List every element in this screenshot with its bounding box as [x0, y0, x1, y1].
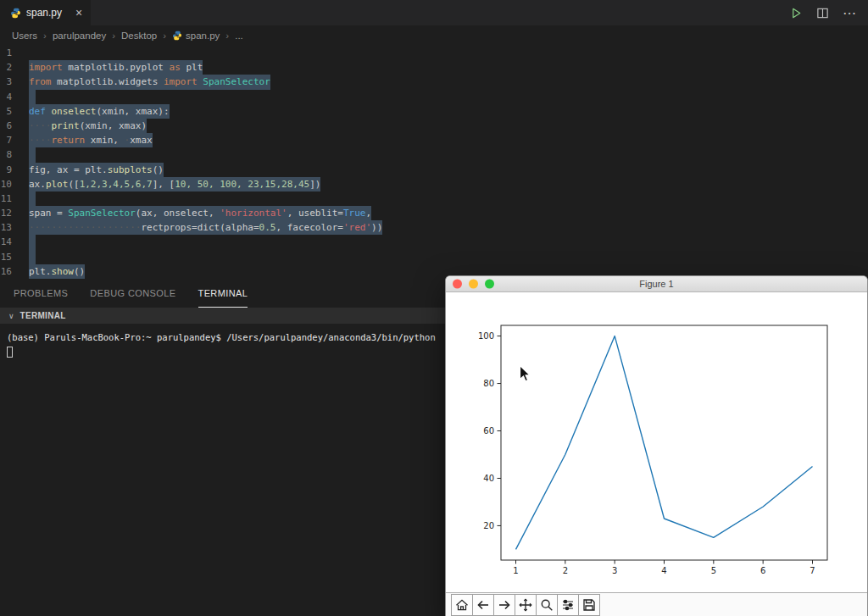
editor-tab-bar: span.py × ⋯ [0, 0, 868, 25]
code-line-6[interactable]: 6····print(xmin, xmax) [0, 119, 868, 133]
breadcrumb-separator-icon: › [163, 31, 166, 41]
code-text [29, 191, 36, 206]
svg-text:7: 7 [810, 566, 815, 575]
window-controls [453, 280, 494, 289]
code-text: ····print(xmin, xmax) [29, 119, 147, 133]
breadcrumb-item-desktop[interactable]: Desktop [121, 31, 157, 41]
code-line-4[interactable]: 4 [0, 90, 868, 104]
line-number: 10 [0, 177, 29, 191]
figure-titlebar[interactable]: Figure 1 [446, 276, 867, 292]
svg-text:6: 6 [760, 566, 765, 575]
svg-text:20: 20 [483, 521, 494, 530]
code-line-10[interactable]: 10ax.plot([1,2,3,4,5,6,7], [10, 50, 100,… [0, 177, 868, 191]
run-button[interactable] [790, 7, 803, 19]
zoom-window-button[interactable] [485, 280, 494, 289]
pan-button[interactable] [515, 594, 537, 616]
panel-tab-debug-console[interactable]: DEBUG CONSOLE [90, 280, 175, 308]
code-line-11[interactable]: 11 [0, 191, 868, 206]
python-icon [10, 8, 21, 19]
code-text: fig, ax = plt.subplots() [29, 163, 164, 177]
back-button[interactable] [472, 594, 494, 616]
code-line-2[interactable]: 2import matplotlib.pyplot as plt [0, 60, 868, 75]
code-text: def onselect(xmin, xmax): [29, 104, 170, 119]
code-line-13[interactable]: 13····················rectprops=dict(alp… [0, 220, 868, 235]
code-text: ····return xmin, ·xmax [29, 133, 153, 147]
line-number: 4 [0, 90, 29, 104]
minimize-window-button[interactable] [469, 280, 478, 289]
python-icon [172, 31, 182, 41]
home-button[interactable] [451, 594, 473, 616]
code-text: ax.plot([1,2,3,4,5,6,7], [10, 50, 100, 2… [29, 177, 320, 191]
figure-window[interactable]: Figure 1 204060801001234567 [445, 275, 868, 616]
terminal-cursor [7, 347, 13, 358]
line-chart: 204060801001234567 [446, 292, 867, 592]
line-number: 1 [0, 46, 29, 60]
line-number: 2 [0, 60, 29, 75]
line-number: 14 [0, 235, 29, 249]
tab-span-py[interactable]: span.py × [0, 0, 92, 25]
subplots-icon [561, 598, 575, 612]
line-number: 13 [0, 220, 29, 235]
split-editor-button[interactable] [816, 7, 829, 19]
breadcrumb-item-parulpandey[interactable]: parulpandey [53, 31, 106, 41]
terminal-section-label: TERMINAL [20, 311, 66, 320]
breadcrumb-item-users[interactable]: Users [12, 31, 37, 41]
chevron-down-icon: ∨ [8, 312, 14, 320]
line-number: 11 [0, 191, 29, 206]
code-line-3[interactable]: 3from matplotlib.widgets import SpanSele… [0, 75, 868, 89]
line-number: 15 [0, 250, 29, 264]
svg-text:100: 100 [478, 331, 494, 341]
svg-text:40: 40 [483, 474, 494, 483]
svg-text:5: 5 [711, 566, 716, 575]
forward-icon [498, 598, 511, 612]
save-icon [582, 598, 596, 612]
back-icon [476, 598, 490, 612]
svg-text:1: 1 [513, 566, 518, 575]
tab-label: span.py [26, 7, 62, 19]
pan-icon [519, 598, 532, 612]
code-editor[interactable]: 12import matplotlib.pyplot as plt3from m… [0, 46, 868, 279]
svg-text:60: 60 [483, 426, 494, 436]
code-line-12[interactable]: 12span = SpanSelector(ax, onselect, 'hor… [0, 206, 868, 220]
more-actions-button[interactable]: ⋯ [843, 5, 856, 21]
forward-button[interactable] [493, 594, 515, 616]
code-line-1[interactable]: 1 [0, 46, 868, 60]
save-button[interactable] [578, 594, 600, 616]
code-line-14[interactable]: 14 [0, 235, 868, 249]
figure-toolbar [446, 592, 867, 616]
zoom-button[interactable] [536, 594, 558, 616]
breadcrumb-separator-icon: › [43, 31, 47, 41]
subplots-button[interactable] [557, 594, 579, 616]
code-line-8[interactable]: 8 [0, 147, 868, 162]
code-text: plt.show() [29, 264, 85, 279]
line-number: 9 [0, 163, 29, 177]
panel-tab-problems[interactable]: PROBLEMS [14, 280, 68, 308]
code-text [29, 235, 36, 249]
code-text: ····················rectprops=dict(alpha… [29, 220, 382, 235]
home-icon [455, 598, 469, 612]
code-text [29, 90, 36, 104]
panel-tab-terminal[interactable]: TERMINAL [198, 280, 248, 308]
breadcrumb-item-span-py[interactable]: span.py [172, 31, 220, 41]
code-line-15[interactable]: 15 [0, 250, 868, 264]
line-number: 16 [0, 264, 29, 279]
code-line-7[interactable]: 7····return xmin, ·xmax [0, 133, 868, 147]
breadcrumb-separator-icon: › [225, 31, 229, 41]
editor-actions: ⋯ [790, 0, 868, 25]
svg-text:80: 80 [483, 379, 494, 388]
figure-title: Figure 1 [639, 279, 673, 289]
line-number: 7 [0, 133, 29, 147]
breadcrumb-item-more[interactable]: ... [235, 31, 243, 41]
code-text [29, 147, 36, 162]
code-text [29, 250, 36, 264]
zoom-icon [540, 598, 554, 612]
code-line-5[interactable]: 5def onselect(xmin, xmax): [0, 104, 868, 119]
code-text: span = SpanSelector(ax, onselect, 'horiz… [29, 206, 371, 220]
line-number: 3 [0, 75, 29, 89]
svg-text:4: 4 [661, 566, 666, 575]
close-icon[interactable]: × [75, 7, 82, 19]
code-line-9[interactable]: 9fig, ax = plt.subplots() [0, 163, 868, 177]
figure-canvas[interactable]: 204060801001234567 [446, 292, 867, 592]
close-window-button[interactable] [453, 280, 462, 289]
line-number: 12 [0, 206, 29, 220]
